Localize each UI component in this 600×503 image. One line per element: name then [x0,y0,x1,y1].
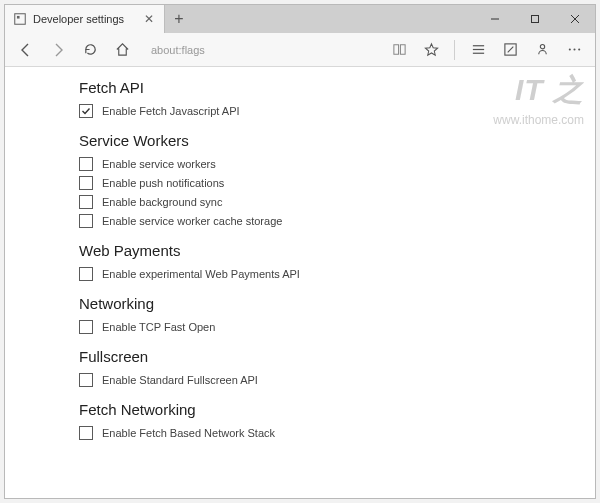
window-controls [475,5,595,33]
webnote-button[interactable] [495,35,525,65]
option-row: Enable TCP Fast Open [79,320,595,334]
home-button[interactable] [107,35,137,65]
page-content: Fetch API Enable Fetch Javascript API Se… [5,67,595,498]
favorite-button[interactable] [416,35,446,65]
svg-rect-3 [532,16,539,23]
toolbar: about:flags [5,33,595,67]
window-minimize-button[interactable] [475,5,515,33]
share-button[interactable] [527,35,557,65]
option-row: Enable service worker cache storage [79,214,595,228]
tab-title: Developer settings [33,13,136,25]
forward-button[interactable] [43,35,73,65]
option-row: Enable experimental Web Payments API [79,267,595,281]
browser-window: Developer settings ✕ + a [4,4,596,499]
option-row: Enable Fetch Javascript API [79,104,595,118]
option-label: Enable TCP Fast Open [102,321,215,333]
svg-rect-1 [17,16,20,19]
option-label: Enable Standard Fullscreen API [102,374,258,386]
option-label: Enable background sync [102,196,222,208]
checkbox[interactable] [79,373,93,387]
hub-button[interactable] [463,35,493,65]
option-row: Enable service workers [79,157,595,171]
back-button[interactable] [11,35,41,65]
option-label: Enable service workers [102,158,216,170]
address-bar[interactable]: about:flags [143,38,378,62]
toolbar-separator [454,40,455,60]
checkbox[interactable] [79,176,93,190]
svg-point-13 [578,48,580,50]
checkbox[interactable] [79,104,93,118]
tab-favicon-icon [13,12,27,26]
option-label: Enable service worker cache storage [102,215,282,227]
tab-close-icon[interactable]: ✕ [142,13,156,25]
checkbox[interactable] [79,214,93,228]
checkbox[interactable] [79,157,93,171]
browser-tab[interactable]: Developer settings ✕ [5,5,165,33]
tab-strip: Developer settings ✕ + [5,5,595,33]
option-row: Enable push notifications [79,176,595,190]
option-label: Enable Fetch Based Network Stack [102,427,275,439]
refresh-button[interactable] [75,35,105,65]
option-label: Enable push notifications [102,177,224,189]
checkbox[interactable] [79,267,93,281]
checkbox[interactable] [79,426,93,440]
reading-view-button[interactable] [384,35,414,65]
section-title: Service Workers [79,132,595,149]
section-title: Fetch API [79,79,595,96]
window-maximize-button[interactable] [515,5,555,33]
section-title: Web Payments [79,242,595,259]
section-title: Networking [79,295,595,312]
option-label: Enable Fetch Javascript API [102,105,240,117]
svg-rect-0 [15,14,26,25]
window-close-button[interactable] [555,5,595,33]
more-button[interactable] [559,35,589,65]
section-title: Fullscreen [79,348,595,365]
new-tab-button[interactable]: + [165,5,193,33]
option-row: Enable background sync [79,195,595,209]
option-label: Enable experimental Web Payments API [102,268,300,280]
section-title: Fetch Networking [79,401,595,418]
svg-point-12 [573,48,575,50]
option-row: Enable Standard Fullscreen API [79,373,595,387]
svg-point-10 [540,45,544,49]
checkbox[interactable] [79,195,93,209]
svg-point-11 [568,48,570,50]
option-row: Enable Fetch Based Network Stack [79,426,595,440]
checkbox[interactable] [79,320,93,334]
